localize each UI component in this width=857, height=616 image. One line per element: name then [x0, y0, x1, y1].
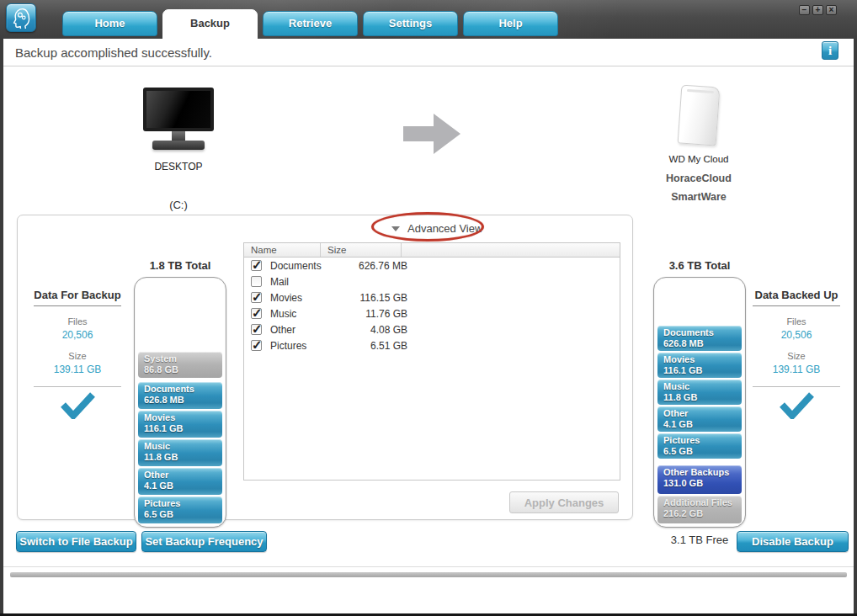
- panel-title: Data For Backup: [34, 289, 121, 306]
- row-name: Documents: [270, 260, 336, 272]
- advanced-view-label: Advanced View: [407, 222, 482, 235]
- data-backed-up-panel: Data Backed Up Files 20,506 Size 139.11 …: [753, 289, 840, 422]
- data-for-backup-panel: Data For Backup Files 20,506 Size 139.11…: [34, 289, 121, 422]
- target-device-name: HoraceCloud: [631, 173, 766, 184]
- row-name: Mail: [270, 276, 336, 288]
- target-device-type: WD My Cloud: [631, 154, 766, 164]
- tab-label: Home: [94, 17, 125, 29]
- advanced-view-toggle[interactable]: Advanced View: [386, 220, 487, 236]
- status-message: Backup accomplished successfully.: [15, 45, 212, 60]
- row-checkbox[interactable]: [251, 292, 262, 303]
- gauge-segment: Other 4.1 GB: [657, 406, 742, 432]
- disable-backup-button[interactable]: Disable Backup: [737, 531, 849, 552]
- gauge-segment: Pictures 6.5 GB: [138, 497, 222, 523]
- smartware-logo-icon: [6, 3, 36, 32]
- target-capacity-gauge: 3.6 TB Total Documents 626.8 MB Movies 1…: [647, 259, 753, 546]
- switch-to-file-backup-button[interactable]: Switch to File Backup: [16, 531, 136, 552]
- tab[interactable]: Help: [463, 11, 558, 36]
- size-value: 139.11 GB: [753, 364, 840, 375]
- tab-label: Retrieve: [289, 17, 332, 29]
- table-header: Name Size: [244, 243, 620, 258]
- gauge-segment: Pictures 6.5 GB: [657, 433, 742, 459]
- gauge-segment: Music 11.8 GB: [657, 380, 742, 405]
- smartware-window: Home Backup Retrieve Settings Help: [0, 0, 857, 616]
- chevron-down-icon: [391, 226, 400, 231]
- table-body: Documents 626.76 MB Mail Movies: [244, 258, 620, 353]
- gauge-segment: Movies 116.1 GB: [138, 411, 222, 438]
- gauge-segment: Music 11.8 GB: [138, 439, 222, 466]
- panel-title: Data Backed Up: [753, 289, 840, 306]
- checkmark-icon: [34, 392, 121, 422]
- files-label: Files: [753, 316, 840, 327]
- tab[interactable]: Backup: [162, 9, 258, 40]
- table-row[interactable]: Documents 626.76 MB: [244, 258, 620, 273]
- source-device: DESKTOP (C:): [104, 88, 253, 211]
- gauge-segment: Movies 116.1 GB: [657, 353, 742, 378]
- status-divider: [3, 66, 854, 66]
- backup-direction-arrow-icon: [403, 112, 460, 159]
- divider: [753, 386, 840, 387]
- close-icon[interactable]: ×: [826, 5, 837, 15]
- target-gauge-segments: Documents 626.8 MB Movies 116.1 GB Music…: [657, 326, 742, 523]
- source-total-label: 1.8 TB Total: [127, 259, 233, 272]
- gauge-segment: Additional Files 216.2 GB: [657, 496, 742, 523]
- table-row[interactable]: Movies 116.15 GB: [244, 289, 620, 305]
- main-tabs: Home Backup Retrieve Settings Help: [62, 11, 558, 40]
- gauge-segment: Other 4.1 GB: [138, 468, 222, 495]
- window-controls: − + ×: [799, 5, 837, 15]
- source-device-label: DESKTOP: [104, 161, 253, 173]
- footer-divider: [3, 566, 854, 567]
- set-backup-frequency-button[interactable]: Set Backup Frequency: [141, 531, 267, 552]
- divider: [34, 386, 121, 387]
- tab[interactable]: Retrieve: [263, 11, 358, 36]
- table-row[interactable]: Music 11.76 GB: [244, 305, 620, 321]
- apply-changes-button[interactable]: Apply Changes: [509, 491, 619, 513]
- column-header-empty: [402, 243, 620, 257]
- footer-bar: [10, 572, 847, 577]
- table-row[interactable]: Mail: [244, 273, 620, 289]
- info-icon[interactable]: i: [822, 41, 838, 60]
- files-value: 20,506: [753, 329, 840, 341]
- row-size: 116.15 GB: [336, 292, 407, 304]
- tab[interactable]: Home: [62, 11, 157, 36]
- size-label: Size: [753, 351, 840, 361]
- row-checkbox[interactable]: [251, 260, 262, 271]
- target-share-name: SmartWare: [631, 191, 766, 203]
- source-gauge-segments: System 86.8 GB Documents 626.8 MB Movies…: [138, 352, 222, 523]
- status-bar: Backup accomplished successfully. i: [3, 39, 854, 66]
- size-value: 139.11 GB: [34, 364, 121, 375]
- wd-my-cloud-device-icon: [678, 84, 721, 146]
- column-header-name[interactable]: Name: [244, 243, 321, 257]
- tab[interactable]: Settings: [363, 11, 458, 36]
- gauge-segment: Other Backups 131.0 GB: [657, 465, 742, 494]
- maximize-icon[interactable]: +: [812, 5, 823, 15]
- gauge-segment: System 86.8 GB: [138, 352, 222, 378]
- tab-label: Backup: [190, 17, 230, 29]
- target-gauge-body: Documents 626.8 MB Movies 116.1 GB Music…: [653, 277, 746, 528]
- column-header-size[interactable]: Size: [321, 243, 402, 257]
- row-checkbox[interactable]: [251, 276, 262, 287]
- target-device: WD My Cloud HoraceCloud SmartWare: [631, 86, 766, 203]
- row-size: 6.51 GB: [336, 340, 407, 352]
- row-checkbox[interactable]: [251, 324, 262, 335]
- tab-label: Help: [498, 17, 522, 29]
- row-name: Pictures: [270, 340, 336, 352]
- window-header: Home Backup Retrieve Settings Help: [0, 0, 857, 39]
- source-drive-label: (C:): [104, 199, 253, 211]
- gauge-segment: Documents 626.8 MB: [138, 382, 222, 409]
- table-row[interactable]: Pictures 6.51 GB: [244, 337, 620, 353]
- row-checkbox[interactable]: [251, 308, 262, 319]
- table-row[interactable]: Other 4.08 GB: [244, 321, 620, 337]
- minimize-icon[interactable]: −: [799, 5, 810, 15]
- target-total-label: 3.6 TB Total: [647, 259, 753, 272]
- gauge-segment: Documents 626.8 MB: [657, 326, 742, 351]
- row-name: Movies: [270, 292, 336, 304]
- row-name: Other: [270, 324, 336, 336]
- row-checkbox[interactable]: [251, 340, 262, 351]
- tab-label: Settings: [389, 17, 432, 29]
- desktop-monitor-icon: [104, 88, 253, 150]
- head-gears-icon: [10, 7, 32, 29]
- content-area: Backup accomplished successfully. i DESK…: [3, 39, 854, 613]
- row-name: Music: [270, 308, 336, 320]
- free-space-region: [657, 281, 742, 326]
